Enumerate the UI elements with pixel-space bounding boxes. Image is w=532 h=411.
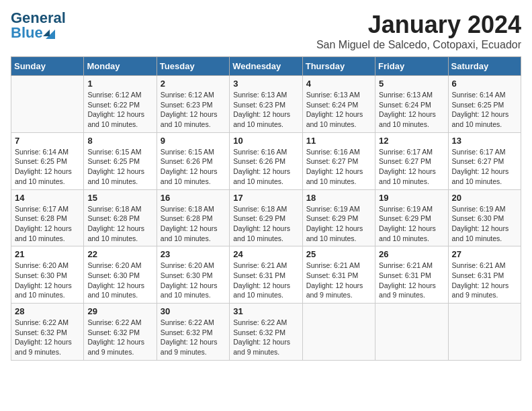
day-info: Sunrise: 6:13 AMSunset: 6:24 PMDaylight:… bbox=[306, 90, 371, 130]
day-number: 26 bbox=[379, 249, 444, 259]
calendar-cell: 26Sunrise: 6:21 AMSunset: 6:31 PMDayligh… bbox=[375, 246, 448, 304]
day-info: Sunrise: 6:16 AMSunset: 6:26 PMDaylight:… bbox=[233, 147, 298, 187]
title-block: January 2024 San Miguel de Salcedo, Coto… bbox=[316, 11, 521, 51]
calendar-week-1: 7Sunrise: 6:14 AMSunset: 6:25 PMDaylight… bbox=[11, 132, 521, 189]
calendar-cell: 25Sunrise: 6:21 AMSunset: 6:31 PMDayligh… bbox=[302, 246, 375, 304]
day-info: Sunrise: 6:14 AMSunset: 6:25 PMDaylight:… bbox=[452, 90, 517, 130]
calendar-cell: 1Sunrise: 6:12 AMSunset: 6:22 PMDaylight… bbox=[84, 76, 157, 133]
calendar-week-4: 28Sunrise: 6:22 AMSunset: 6:32 PMDayligh… bbox=[11, 304, 521, 361]
header-sunday: Sunday bbox=[11, 57, 84, 76]
calendar-cell: 13Sunrise: 6:17 AMSunset: 6:27 PMDayligh… bbox=[448, 132, 521, 189]
calendar-cell: 30Sunrise: 6:22 AMSunset: 6:32 PMDayligh… bbox=[157, 304, 229, 361]
calendar-cell: 31Sunrise: 6:22 AMSunset: 6:32 PMDayligh… bbox=[230, 304, 302, 361]
calendar-table: SundayMondayTuesdayWednesdayThursdayFrid… bbox=[11, 56, 521, 361]
day-info: Sunrise: 6:22 AMSunset: 6:32 PMDaylight:… bbox=[233, 318, 298, 357]
day-info: Sunrise: 6:16 AMSunset: 6:27 PMDaylight:… bbox=[306, 147, 371, 187]
day-info: Sunrise: 6:18 AMSunset: 6:29 PMDaylight:… bbox=[233, 204, 298, 244]
day-number: 15 bbox=[87, 193, 152, 203]
logo-blue: Blue bbox=[11, 26, 66, 40]
day-info: Sunrise: 6:12 AMSunset: 6:22 PMDaylight:… bbox=[87, 90, 152, 130]
calendar-cell: 9Sunrise: 6:15 AMSunset: 6:26 PMDaylight… bbox=[157, 132, 229, 189]
day-number: 13 bbox=[452, 136, 517, 146]
day-info: Sunrise: 6:17 AMSunset: 6:27 PMDaylight:… bbox=[452, 147, 517, 187]
day-number: 21 bbox=[15, 249, 80, 259]
day-info: Sunrise: 6:19 AMSunset: 6:29 PMDaylight:… bbox=[306, 204, 371, 244]
calendar-cell: 3Sunrise: 6:13 AMSunset: 6:23 PMDaylight… bbox=[230, 76, 302, 133]
calendar-week-0: 1Sunrise: 6:12 AMSunset: 6:22 PMDaylight… bbox=[11, 76, 521, 133]
header-friday: Friday bbox=[375, 57, 448, 76]
calendar-cell bbox=[11, 76, 84, 133]
day-info: Sunrise: 6:22 AMSunset: 6:32 PMDaylight:… bbox=[87, 318, 152, 357]
logo-icon bbox=[43, 27, 55, 39]
calendar-cell: 4Sunrise: 6:13 AMSunset: 6:24 PMDaylight… bbox=[302, 76, 375, 133]
day-number: 25 bbox=[306, 249, 371, 259]
calendar-cell: 18Sunrise: 6:19 AMSunset: 6:29 PMDayligh… bbox=[302, 189, 375, 246]
calendar-cell: 10Sunrise: 6:16 AMSunset: 6:26 PMDayligh… bbox=[230, 132, 302, 189]
calendar-cell: 27Sunrise: 6:21 AMSunset: 6:31 PMDayligh… bbox=[448, 246, 521, 304]
day-number: 16 bbox=[161, 193, 226, 203]
header-wednesday: Wednesday bbox=[230, 57, 302, 76]
day-info: Sunrise: 6:17 AMSunset: 6:27 PMDaylight:… bbox=[379, 147, 444, 187]
day-number: 10 bbox=[233, 136, 298, 146]
calendar-cell bbox=[375, 304, 448, 361]
day-info: Sunrise: 6:13 AMSunset: 6:24 PMDaylight:… bbox=[379, 90, 444, 130]
calendar-cell: 6Sunrise: 6:14 AMSunset: 6:25 PMDaylight… bbox=[448, 76, 521, 133]
day-number: 29 bbox=[87, 306, 152, 316]
calendar-cell: 22Sunrise: 6:20 AMSunset: 6:30 PMDayligh… bbox=[84, 246, 157, 304]
calendar-cell: 14Sunrise: 6:17 AMSunset: 6:28 PMDayligh… bbox=[11, 189, 84, 246]
day-info: Sunrise: 6:15 AMSunset: 6:26 PMDaylight:… bbox=[161, 147, 226, 187]
logo: General Blue bbox=[11, 11, 66, 40]
day-number: 8 bbox=[87, 136, 152, 146]
day-number: 1 bbox=[87, 79, 152, 89]
calendar-cell: 7Sunrise: 6:14 AMSunset: 6:25 PMDaylight… bbox=[11, 132, 84, 189]
day-info: Sunrise: 6:18 AMSunset: 6:28 PMDaylight:… bbox=[87, 204, 152, 244]
day-info: Sunrise: 6:19 AMSunset: 6:29 PMDaylight:… bbox=[379, 204, 444, 244]
day-number: 27 bbox=[452, 249, 517, 259]
calendar-cell: 29Sunrise: 6:22 AMSunset: 6:32 PMDayligh… bbox=[84, 304, 157, 361]
day-info: Sunrise: 6:19 AMSunset: 6:30 PMDaylight:… bbox=[452, 204, 517, 244]
day-info: Sunrise: 6:18 AMSunset: 6:28 PMDaylight:… bbox=[161, 204, 226, 244]
day-number: 12 bbox=[379, 136, 444, 146]
day-number: 30 bbox=[161, 306, 226, 316]
day-info: Sunrise: 6:22 AMSunset: 6:32 PMDaylight:… bbox=[15, 318, 80, 357]
calendar-cell: 5Sunrise: 6:13 AMSunset: 6:24 PMDaylight… bbox=[375, 76, 448, 133]
calendar-cell: 21Sunrise: 6:20 AMSunset: 6:30 PMDayligh… bbox=[11, 246, 84, 304]
page-header: General Blue January 2024 San Miguel de … bbox=[11, 11, 521, 51]
header-thursday: Thursday bbox=[302, 57, 375, 76]
day-info: Sunrise: 6:13 AMSunset: 6:23 PMDaylight:… bbox=[233, 90, 298, 130]
day-info: Sunrise: 6:21 AMSunset: 6:31 PMDaylight:… bbox=[452, 261, 517, 300]
calendar-cell: 2Sunrise: 6:12 AMSunset: 6:23 PMDaylight… bbox=[157, 76, 229, 133]
page-subtitle: San Miguel de Salcedo, Cotopaxi, Ecuador bbox=[316, 39, 521, 51]
calendar-cell: 11Sunrise: 6:16 AMSunset: 6:27 PMDayligh… bbox=[302, 132, 375, 189]
day-info: Sunrise: 6:21 AMSunset: 6:31 PMDaylight:… bbox=[379, 261, 444, 300]
calendar-cell: 16Sunrise: 6:18 AMSunset: 6:28 PMDayligh… bbox=[157, 189, 229, 246]
calendar-cell: 24Sunrise: 6:21 AMSunset: 6:31 PMDayligh… bbox=[230, 246, 302, 304]
day-number: 9 bbox=[161, 136, 226, 146]
day-number: 23 bbox=[161, 249, 226, 259]
day-number: 22 bbox=[87, 249, 152, 259]
header-tuesday: Tuesday bbox=[157, 57, 229, 76]
day-info: Sunrise: 6:22 AMSunset: 6:32 PMDaylight:… bbox=[161, 318, 226, 357]
day-number: 14 bbox=[15, 193, 80, 203]
day-info: Sunrise: 6:21 AMSunset: 6:31 PMDaylight:… bbox=[233, 261, 298, 300]
day-info: Sunrise: 6:20 AMSunset: 6:30 PMDaylight:… bbox=[87, 261, 152, 300]
day-number: 7 bbox=[15, 136, 80, 146]
header-monday: Monday bbox=[84, 57, 157, 76]
calendar-week-2: 14Sunrise: 6:17 AMSunset: 6:28 PMDayligh… bbox=[11, 189, 521, 246]
calendar-cell: 15Sunrise: 6:18 AMSunset: 6:28 PMDayligh… bbox=[84, 189, 157, 246]
day-info: Sunrise: 6:12 AMSunset: 6:23 PMDaylight:… bbox=[161, 90, 226, 130]
calendar-cell: 12Sunrise: 6:17 AMSunset: 6:27 PMDayligh… bbox=[375, 132, 448, 189]
calendar-week-3: 21Sunrise: 6:20 AMSunset: 6:30 PMDayligh… bbox=[11, 246, 521, 304]
day-number: 6 bbox=[452, 79, 517, 89]
day-info: Sunrise: 6:17 AMSunset: 6:28 PMDaylight:… bbox=[15, 204, 80, 244]
day-info: Sunrise: 6:14 AMSunset: 6:25 PMDaylight:… bbox=[15, 147, 80, 187]
day-number: 11 bbox=[306, 136, 371, 146]
calendar-cell: 8Sunrise: 6:15 AMSunset: 6:25 PMDaylight… bbox=[84, 132, 157, 189]
calendar-cell: 28Sunrise: 6:22 AMSunset: 6:32 PMDayligh… bbox=[11, 304, 84, 361]
logo-general: General bbox=[11, 11, 66, 26]
day-info: Sunrise: 6:21 AMSunset: 6:31 PMDaylight:… bbox=[306, 261, 371, 300]
day-number: 17 bbox=[233, 193, 298, 203]
day-number: 18 bbox=[306, 193, 371, 203]
day-number: 31 bbox=[233, 306, 298, 316]
calendar-cell bbox=[448, 304, 521, 361]
